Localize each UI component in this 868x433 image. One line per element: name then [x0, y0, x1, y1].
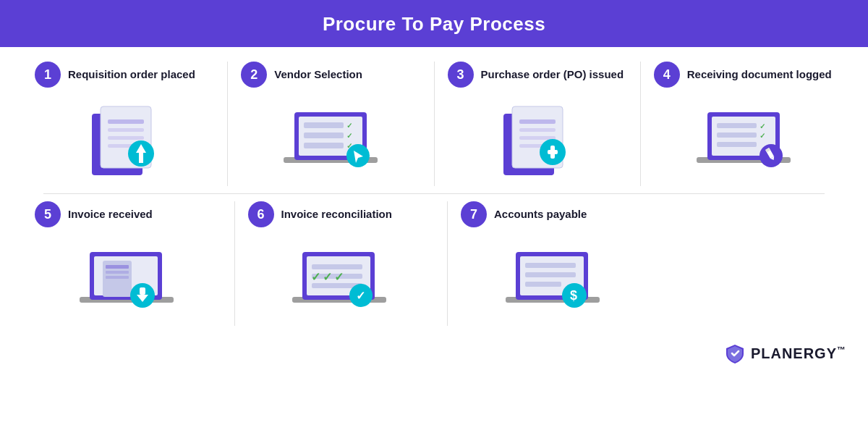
svg-text:✓: ✓ [323, 271, 332, 283]
steps-row-2: 5 Invoice received [22, 201, 846, 326]
step-6-illustration: ✓ ✓ ✓ ✓ [248, 239, 435, 319]
step-2-icon: ✓ ✓ ✓ [280, 99, 381, 179]
step-5-header: 5 Invoice received [35, 201, 153, 227]
step-3-icon [490, 99, 584, 179]
main-content: 1 Requisition order placed [0, 47, 868, 340]
step-2-illustration: ✓ ✓ ✓ [241, 99, 420, 179]
step-6-icon: ✓ ✓ ✓ ✓ [286, 239, 395, 319]
svg-rect-11 [304, 122, 344, 128]
step-5-title: Invoice received [68, 207, 153, 222]
svg-rect-64 [525, 263, 576, 268]
svg-rect-31 [717, 123, 757, 128]
brand-name: PLANERGY™ [751, 345, 846, 362]
step-4-number: 4 [654, 62, 680, 88]
empty-space [660, 201, 847, 326]
svg-rect-27 [550, 146, 555, 159]
step-3-card: 3 Purchase order (PO) issued [435, 62, 641, 186]
step-1-icon [77, 99, 171, 179]
svg-text:✓: ✓ [346, 132, 352, 140]
page-title: Procure To Pay Process [323, 13, 545, 35]
svg-text:✓: ✓ [334, 271, 344, 283]
svg-rect-13 [304, 133, 344, 138]
step-5-card: 5 Invoice received [22, 201, 235, 326]
svg-text:✓: ✓ [760, 122, 765, 130]
step-4-header: 4 Receiving document logged [654, 62, 832, 88]
step-6-number: 6 [248, 201, 274, 227]
svg-text:✓: ✓ [760, 132, 765, 140]
step-7-icon: $ [500, 239, 608, 319]
page-header: Procure To Pay Process [0, 0, 868, 47]
step-7-title: Accounts payable [494, 207, 587, 222]
step-7-card: 7 Accounts payable $ [448, 201, 660, 326]
footer: PLANERGY™ [0, 340, 868, 368]
step-4-icon: ✓ ✓ [693, 99, 794, 179]
svg-rect-65 [525, 272, 576, 277]
step-1-header: 1 Requisition order placed [35, 62, 195, 88]
step-3-header: 3 Purchase order (PO) issued [448, 62, 624, 88]
step-2-header: 2 Vendor Selection [241, 62, 362, 88]
svg-rect-35 [717, 142, 757, 147]
step-1-title: Requisition order placed [68, 67, 195, 82]
svg-rect-33 [717, 133, 757, 138]
svg-rect-4 [108, 136, 144, 140]
step-2-card: 2 Vendor Selection ✓ [228, 62, 434, 186]
brand-shield-icon [725, 343, 745, 363]
step-1-number: 1 [35, 62, 61, 88]
step-5-illustration [35, 239, 221, 319]
svg-rect-45 [106, 271, 129, 274]
svg-rect-46 [106, 276, 129, 279]
step-7-header: 7 Accounts payable [461, 201, 587, 227]
step-3-illustration [448, 99, 627, 179]
svg-rect-2 [108, 119, 144, 124]
svg-rect-5 [108, 144, 133, 148]
svg-rect-3 [108, 128, 144, 132]
step-5-icon [74, 239, 182, 319]
step-4-title: Receiving document logged [687, 67, 832, 82]
svg-rect-22 [519, 128, 556, 132]
step-6-title: Invoice reconciliation [281, 207, 392, 222]
step-1-illustration [35, 99, 214, 179]
svg-text:$: $ [570, 288, 577, 303]
step-1-card: 1 Requisition order placed [22, 62, 228, 186]
svg-rect-23 [519, 136, 556, 140]
step-2-title: Vendor Selection [274, 67, 362, 82]
svg-text:✓: ✓ [311, 271, 320, 283]
step-7-illustration: $ [461, 239, 647, 319]
step-6-header: 6 Invoice reconciliation [248, 201, 392, 227]
step-3-number: 3 [448, 62, 474, 88]
svg-rect-48 [140, 287, 145, 295]
svg-rect-53 [312, 264, 362, 269]
step-5-number: 5 [35, 201, 61, 227]
row-divider [43, 193, 825, 194]
svg-rect-15 [304, 143, 344, 148]
step-4-illustration: ✓ ✓ [654, 99, 833, 179]
step-4-card: 4 Receiving document logged ✓ ✓ [641, 62, 846, 186]
svg-rect-21 [519, 119, 556, 124]
svg-text:✓: ✓ [346, 122, 352, 130]
steps-row-1: 1 Requisition order placed [22, 62, 846, 186]
svg-rect-66 [525, 282, 561, 287]
brand-logo: PLANERGY™ [725, 343, 846, 363]
svg-text:✓: ✓ [356, 290, 365, 302]
step-7-number: 7 [461, 201, 487, 227]
step-6-card: 6 Invoice reconciliation ✓ ✓ ✓ [235, 201, 448, 326]
svg-rect-44 [106, 265, 129, 269]
step-2-number: 2 [241, 62, 267, 88]
step-3-title: Purchase order (PO) issued [481, 67, 624, 82]
